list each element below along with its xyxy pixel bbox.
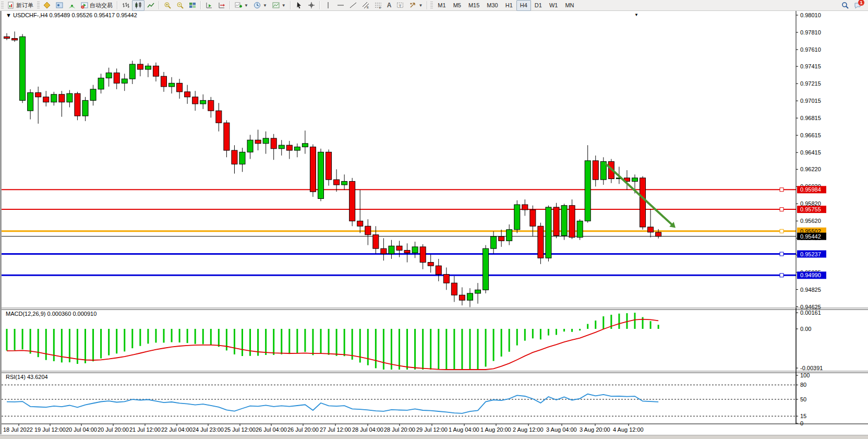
navigator-button[interactable] <box>53 0 66 11</box>
candle-body <box>59 94 65 102</box>
candle-body <box>137 64 143 69</box>
candle-body <box>239 152 245 164</box>
timeframe-M5-button[interactable]: M5 <box>450 0 465 11</box>
time-tick-label: 25 Jul 12:00 <box>224 426 256 433</box>
time-tick-label: 29 Jul 12:00 <box>416 426 448 433</box>
line-anchor-handle[interactable] <box>780 229 783 233</box>
timeframe-D1-button[interactable]: D1 <box>531 0 546 11</box>
bars-chart-button[interactable] <box>119 0 132 11</box>
candle-body <box>334 180 340 185</box>
chart-canvas[interactable]: 0.980100.978100.976100.974150.972150.970… <box>2 11 868 435</box>
line-chart-button[interactable] <box>144 0 157 11</box>
periods-button[interactable]: ▼ <box>251 0 270 11</box>
candle-body <box>365 226 371 235</box>
candle-body <box>593 161 598 180</box>
candle-body <box>129 64 135 79</box>
candle-body <box>404 250 410 253</box>
line-anchor-handle[interactable] <box>780 252 783 256</box>
timeframe-W1-button[interactable]: W1 <box>546 0 562 11</box>
candle-body <box>255 140 261 144</box>
candles-icon <box>135 2 142 9</box>
toolbar-separator <box>200 1 201 9</box>
timeframe-M30-button[interactable]: M30 <box>483 0 501 11</box>
svg-text:T: T <box>399 4 402 8</box>
text-button[interactable]: A <box>384 0 394 11</box>
candle-body <box>114 73 119 84</box>
crosshair-button[interactable] <box>305 0 318 11</box>
time-tick-label: 28 Jul 20:00 <box>384 426 415 433</box>
arrows-icon <box>409 2 416 9</box>
tile-windows-button[interactable] <box>186 0 199 11</box>
marketwatch-button[interactable] <box>41 0 53 11</box>
price-tick-label: 0.97610 <box>800 46 821 53</box>
candle-body <box>656 232 661 236</box>
candle-body <box>75 93 80 116</box>
candle-body <box>553 207 559 235</box>
trendline-button[interactable] <box>347 0 359 11</box>
timeframe-H4-button[interactable]: H4 <box>516 0 531 11</box>
price-tick-label: 0.97215 <box>800 80 821 87</box>
vline-button[interactable] <box>322 0 334 11</box>
candle-body <box>507 230 512 241</box>
price-tick-label: 0.94825 <box>800 287 821 293</box>
notifications-button[interactable]: 1 <box>851 0 864 11</box>
linechart-icon <box>147 2 154 9</box>
candle-body <box>43 97 49 102</box>
dropdown-caret-icon: ▼ <box>282 3 286 8</box>
clock-icon <box>254 2 261 9</box>
fibonacci-button[interactable]: F <box>372 0 384 11</box>
candle-body <box>200 100 206 104</box>
candle-body <box>122 79 127 83</box>
indicators-button[interactable]: ▼ <box>232 0 251 11</box>
macd-label: MACD(12,26,9) 0.000360 0.000910 <box>6 311 97 317</box>
price-label-text: 0.95755 <box>800 206 821 212</box>
candle-body <box>28 93 33 111</box>
line-anchor-handle[interactable] <box>780 208 783 211</box>
text-label-button[interactable]: T <box>394 0 406 11</box>
timeframe-MN-button[interactable]: MN <box>561 0 577 11</box>
candle-body <box>20 37 26 100</box>
candle-body <box>279 145 284 149</box>
channel-button[interactable]: E <box>359 0 372 11</box>
arrows-button[interactable]: ▼ <box>406 0 425 11</box>
candle-body <box>216 111 222 123</box>
timeframe-H1-button[interactable]: H1 <box>502 0 516 11</box>
time-tick-label: 22 Jul 04:00 <box>161 426 192 433</box>
candle-body <box>530 210 536 226</box>
search-button[interactable] <box>839 0 851 11</box>
cursor-icon <box>295 2 303 9</box>
price-tick-label: 0.96615 <box>800 132 821 138</box>
addind-icon <box>235 2 242 9</box>
template-icon <box>272 2 280 9</box>
timeframe-M1-button[interactable]: M1 <box>434 0 449 11</box>
zoom-out-button[interactable] <box>174 0 186 11</box>
candle-body <box>342 181 347 185</box>
chart-window[interactable]: 0.980100.978100.976100.974150.972150.970… <box>0 11 868 434</box>
signals-button[interactable] <box>66 0 78 11</box>
zoom-in-button[interactable] <box>161 0 174 11</box>
candle-body <box>632 178 638 182</box>
timeframe-M15-button[interactable]: M15 <box>465 0 483 11</box>
rsi-tick-label: 15 <box>800 413 806 419</box>
channel-icon: E <box>362 2 369 9</box>
candle-body <box>514 205 520 230</box>
autotrading-button[interactable]: 自动交易 <box>78 0 115 11</box>
auto-scroll-button[interactable] <box>203 0 215 11</box>
line-anchor-handle[interactable] <box>780 274 783 277</box>
templates-button[interactable]: ▼ <box>270 0 288 11</box>
candle-body <box>310 147 316 192</box>
price-tick-label: 0.96415 <box>800 149 821 156</box>
cursor-button[interactable] <box>293 0 305 11</box>
new-order-button[interactable]: 新订单 <box>5 0 36 11</box>
candle-body <box>459 295 465 300</box>
candle-body <box>192 97 198 104</box>
chart-shift-button[interactable] <box>215 0 228 11</box>
hline-button[interactable] <box>334 0 347 11</box>
candles-chart-button[interactable] <box>132 0 144 11</box>
price-tick-label: 0.94625 <box>800 304 821 310</box>
line-anchor-handle[interactable] <box>780 188 783 192</box>
signal-icon <box>68 2 76 9</box>
toolbar: 新订单自动交易▼▼▼EFAT▼M1M5M15M30H1H4D1W1MN1 <box>0 0 868 11</box>
candle-body <box>185 92 190 97</box>
candle-body <box>569 206 575 238</box>
